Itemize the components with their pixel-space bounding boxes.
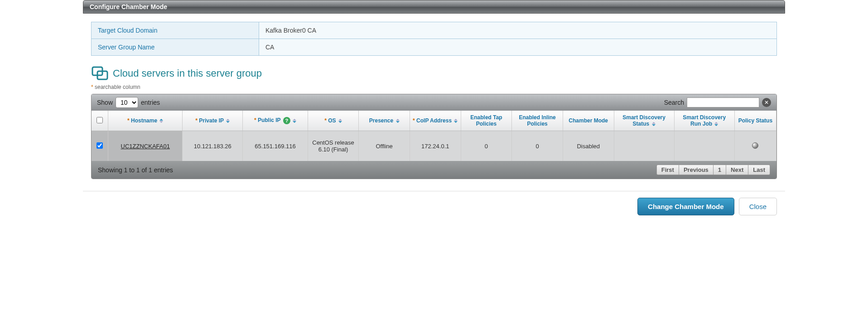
sort-icon: [454, 119, 458, 123]
col-public-ip[interactable]: * Public IP ?: [243, 111, 308, 131]
col-coip-label: CoIP Address: [416, 117, 452, 124]
search-input[interactable]: [687, 97, 759, 107]
modal-header: Configure Chamber Mode: [83, 0, 785, 14]
col-hostname-label: Hostname: [131, 117, 157, 124]
entries-label: entries: [141, 99, 160, 106]
searchable-hint: * searchable column: [91, 84, 777, 90]
col-policy-status[interactable]: Policy Status: [734, 111, 776, 131]
sort-icon: [226, 119, 230, 123]
col-private-ip-label: Private IP: [199, 117, 223, 124]
col-private-ip[interactable]: * Private IP: [183, 111, 243, 131]
entries-select[interactable]: 10: [116, 97, 138, 108]
cell-private-ip: 10.121.183.26: [183, 131, 243, 161]
pager-page-button[interactable]: 1: [714, 165, 726, 175]
cell-coip: 172.24.0.1: [410, 131, 461, 161]
clear-search-button[interactable]: ✕: [762, 98, 771, 107]
col-coip[interactable]: * CoIP Address: [410, 111, 461, 131]
col-os[interactable]: * OS: [308, 111, 359, 131]
modal-body: Target Cloud Domain Kafka Broker0 CA Ser…: [83, 14, 785, 184]
modal-title: Configure Chamber Mode: [90, 3, 167, 10]
col-disc-job[interactable]: Smart Discovery Run Job: [674, 111, 734, 131]
col-inline[interactable]: Enabled Inline Policies: [512, 111, 563, 131]
hint-text: searchable column: [95, 84, 140, 90]
col-tap[interactable]: Enabled Tap Policies: [461, 111, 512, 131]
pager-next-button[interactable]: Next: [726, 165, 748, 175]
show-label: Show: [97, 99, 113, 106]
col-disc-job-label: Smart Discovery Run Job: [683, 114, 726, 127]
col-public-ip-label: Public IP: [258, 117, 280, 123]
cell-presence: Offline: [359, 131, 410, 161]
search-label: Search: [664, 99, 684, 106]
grid: Show 10 entries Search ✕: [91, 94, 777, 179]
info-table: Target Cloud Domain Kafka Broker0 CA Ser…: [91, 22, 777, 56]
pager: First Previous 1 Next Last: [656, 165, 770, 175]
change-chamber-mode-button[interactable]: Change Chamber Mode: [637, 198, 734, 215]
header-row: * Hostname * Private IP * Public IP ? * …: [92, 111, 776, 131]
row-checkbox-cell[interactable]: [92, 131, 108, 161]
sort-icon: [338, 119, 342, 123]
section-title: Cloud servers in this server group: [113, 68, 262, 79]
col-os-label: OS: [328, 117, 336, 124]
col-checkbox[interactable]: [92, 111, 108, 131]
modal-footer: Change Chamber Mode Close: [83, 191, 785, 222]
col-chamber-label: Chamber Mode: [569, 117, 608, 124]
status-dot-icon: [752, 142, 758, 149]
cell-chamber: Disabled: [563, 131, 614, 161]
col-presence-label: Presence: [369, 117, 393, 124]
cell-tap: 0: [461, 131, 512, 161]
data-table: * Hostname * Private IP * Public IP ? * …: [92, 111, 776, 161]
target-domain-value: Kafka Broker0 CA: [259, 22, 777, 39]
grid-toolbar: Show 10 entries Search ✕: [92, 94, 776, 111]
cell-inline: 0: [512, 131, 563, 161]
pager-prev-button[interactable]: Previous: [679, 165, 714, 175]
cell-policy-status: [734, 131, 776, 161]
col-hostname[interactable]: * Hostname: [108, 111, 183, 131]
help-icon[interactable]: ?: [283, 117, 290, 124]
target-domain-label: Target Cloud Domain: [92, 22, 259, 39]
grid-info: Showing 1 to 1 of 1 entries: [98, 166, 173, 174]
sort-asc-icon: [159, 119, 163, 123]
col-disc-status[interactable]: Smart Discovery Status: [614, 111, 674, 131]
grid-footer: Showing 1 to 1 of 1 entries First Previo…: [92, 161, 776, 179]
cell-hostname[interactable]: UC1ZZNCKAFA01: [108, 131, 183, 161]
close-button[interactable]: Close: [739, 198, 777, 215]
row-checkbox[interactable]: [96, 142, 103, 149]
sort-icon: [396, 119, 400, 123]
col-policy-status-label: Policy Status: [738, 117, 772, 124]
cell-disc-status: [614, 131, 674, 161]
modal: Configure Chamber Mode Target Cloud Doma…: [83, 0, 785, 222]
cell-disc-job: [674, 131, 734, 161]
server-group-value: CA: [259, 39, 777, 56]
sort-icon: [714, 122, 718, 126]
overlap-squares-icon: [91, 66, 109, 81]
cell-public-ip: 65.151.169.116: [243, 131, 308, 161]
sort-icon: [652, 122, 656, 126]
sort-icon: [293, 119, 296, 123]
table-row[interactable]: UC1ZZNCKAFA01 10.121.183.26 65.151.169.1…: [92, 131, 776, 161]
server-group-label: Server Group Name: [92, 39, 259, 56]
pager-first-button[interactable]: First: [656, 165, 679, 175]
col-inline-label: Enabled Inline Policies: [519, 114, 555, 127]
section-title-row: Cloud servers in this server group: [91, 66, 777, 81]
col-chamber[interactable]: Chamber Mode: [563, 111, 614, 131]
select-all-checkbox[interactable]: [96, 117, 103, 123]
col-tap-label: Enabled Tap Policies: [470, 114, 502, 127]
asterisk-icon: *: [91, 84, 95, 90]
cell-os: CentOS release 6.10 (Final): [308, 131, 359, 161]
pager-last-button[interactable]: Last: [748, 165, 770, 175]
col-disc-status-label: Smart Discovery Status: [622, 114, 665, 127]
col-presence[interactable]: Presence: [359, 111, 410, 131]
